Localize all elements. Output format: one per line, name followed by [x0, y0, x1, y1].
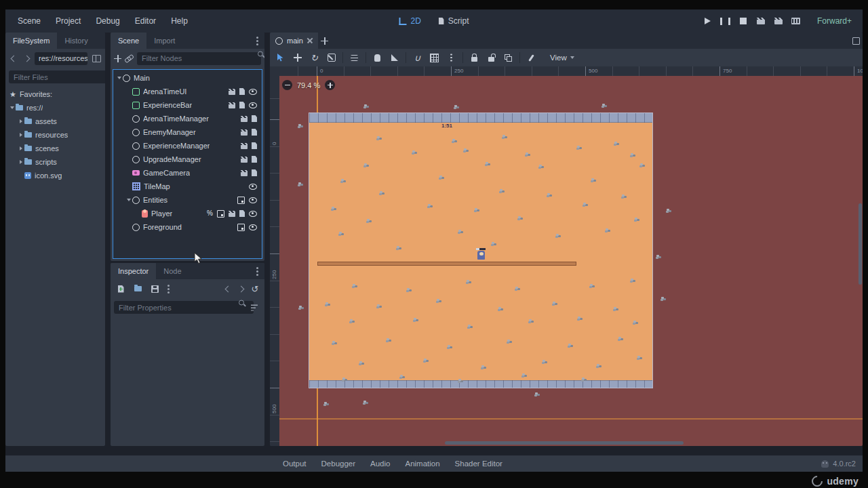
view-menu-button[interactable]: View — [545, 52, 580, 64]
chevron-icon[interactable] — [17, 160, 24, 164]
play-button[interactable] — [701, 14, 715, 28]
scene-node-gamecamera[interactable]: GameCamera — [113, 166, 262, 180]
menu-debug[interactable]: Debug — [89, 14, 126, 28]
tab-filesystem[interactable]: FileSystem — [5, 33, 57, 49]
fs-item-resources[interactable]: resources — [5, 128, 105, 142]
list-select-tool[interactable] — [347, 51, 362, 65]
scale-tool[interactable] — [323, 51, 339, 65]
editable-children-icon[interactable] — [237, 224, 245, 231]
chevron-icon[interactable] — [8, 106, 16, 109]
history-back-button[interactable] — [223, 282, 233, 296]
snap-options-tool[interactable] — [443, 51, 459, 65]
script-icon[interactable] — [252, 115, 257, 122]
instance-scene-button[interactable] — [125, 52, 134, 65]
signal-connection-icon[interactable] — [241, 116, 248, 122]
split-mode-button[interactable] — [91, 52, 102, 65]
back-button[interactable] — [9, 52, 18, 65]
tab-import[interactable]: Import — [146, 33, 182, 49]
script-icon[interactable] — [239, 210, 245, 217]
fs-item-assets[interactable]: assets — [5, 115, 105, 128]
smart-snap-tool[interactable]: ∪ — [410, 51, 425, 65]
scene-node-tilemap[interactable]: TileMap — [113, 180, 262, 193]
filter-files-input[interactable] — [9, 70, 105, 83]
script-icon[interactable] — [239, 88, 245, 95]
editable-children-icon[interactable] — [217, 210, 224, 218]
signal-connection-icon[interactable] — [241, 143, 248, 149]
group-tool[interactable] — [500, 51, 516, 65]
fs-item-scripts[interactable]: scripts — [5, 155, 105, 169]
scene-node-arenatimeui[interactable]: ArenaTimeUI — [113, 85, 262, 98]
signal-connection-icon[interactable] — [241, 170, 248, 176]
visibility-icon[interactable] — [249, 197, 257, 203]
add-node-button[interactable] — [114, 52, 121, 65]
pan-tool[interactable] — [370, 51, 385, 65]
chevron-icon[interactable] — [17, 146, 24, 150]
scene-node-player[interactable]: Player% — [113, 207, 262, 220]
menu-scene[interactable]: Scene — [11, 14, 47, 28]
filter-nodes-input[interactable] — [137, 52, 261, 65]
history-forward-button[interactable] — [236, 282, 245, 296]
workspace-tab-script[interactable]: Script — [439, 16, 469, 26]
tab-inspector[interactable]: Inspector — [111, 263, 156, 279]
stop-button[interactable] — [736, 14, 751, 28]
scene-node-upgrademanager[interactable]: UpgradeManager — [113, 152, 262, 166]
script-icon[interactable] — [252, 142, 257, 149]
zoom-out-button[interactable] — [282, 80, 292, 90]
visibility-icon[interactable] — [249, 102, 257, 108]
menu-project[interactable]: Project — [49, 14, 87, 28]
script-icon[interactable] — [239, 102, 245, 108]
signal-connection-icon[interactable] — [229, 102, 235, 108]
resource-menu-icon[interactable] — [167, 288, 170, 290]
chevron-icon[interactable] — [125, 199, 132, 201]
visibility-icon[interactable] — [249, 89, 257, 95]
unlock-tool[interactable] — [484, 51, 499, 65]
signal-connection-icon[interactable] — [241, 157, 248, 163]
bottom-tab-shader-editor[interactable]: Shader Editor — [448, 460, 510, 468]
close-icon[interactable] — [307, 38, 313, 43]
chevron-icon[interactable] — [17, 133, 24, 137]
select-tool[interactable] — [273, 51, 288, 65]
expand-viewport-button[interactable] — [849, 34, 863, 47]
tilemap-arena[interactable]: 1:51 — [309, 113, 653, 388]
play-custom-scene-button[interactable] — [771, 14, 786, 28]
vertical-scrollbar[interactable] — [859, 203, 862, 285]
zoom-in-button[interactable] — [325, 80, 335, 90]
scene-node-enemymanager[interactable]: EnemyManager — [113, 125, 262, 139]
tab-node[interactable]: Node — [156, 263, 189, 279]
save-resource-button[interactable] — [148, 282, 161, 296]
signal-connection-icon[interactable] — [229, 89, 235, 95]
favorites-row[interactable]: ★ Favorites: — [5, 87, 105, 101]
bottom-tab-output[interactable]: Output — [275, 460, 314, 468]
breadcrumb[interactable]: res://resources/t — [35, 52, 87, 65]
scene-node-experiencebar[interactable]: ExperienceBar — [113, 98, 262, 112]
bottom-tab-animation[interactable]: Animation — [397, 460, 447, 468]
visibility-icon[interactable] — [249, 184, 257, 190]
script-icon[interactable] — [252, 169, 257, 176]
menu-editor[interactable]: Editor — [128, 14, 163, 28]
unique-name-icon[interactable]: % — [207, 210, 213, 217]
bottom-tab-debugger[interactable]: Debugger — [314, 460, 363, 468]
pause-button[interactable] — [718, 14, 733, 28]
scene-node-main[interactable]: Main — [113, 71, 262, 85]
skeleton-tool[interactable] — [524, 51, 539, 65]
edit-history-button[interactable]: ↺ — [249, 282, 261, 296]
fs-item-icon-svg[interactable]: icon.svg — [5, 169, 105, 182]
visibility-icon[interactable] — [249, 211, 257, 217]
menu-help[interactable]: Help — [164, 14, 195, 28]
horizontal-scrollbar[interactable] — [445, 441, 684, 445]
scene-node-entities[interactable]: Entities — [113, 193, 262, 207]
play-scene-button[interactable] — [753, 14, 768, 28]
bottom-tab-audio[interactable]: Audio — [363, 460, 397, 468]
scene-dock-menu-icon[interactable] — [256, 40, 258, 42]
editable-children-icon[interactable] — [237, 197, 245, 204]
rotate-tool[interactable]: ↻ — [307, 51, 322, 65]
scene-node-arenatimemanager[interactable]: ArenaTimeManager — [113, 112, 262, 125]
scene-node-experiencemanager[interactable]: ExperienceManager — [113, 139, 262, 152]
scene-node-foreground[interactable]: Foreground — [113, 220, 262, 234]
property-sort-icon[interactable] — [251, 304, 258, 310]
signal-connection-icon[interactable] — [241, 129, 248, 136]
workspace-tab-2d[interactable]: 2D — [399, 16, 420, 26]
scene-tab-main[interactable]: main — [270, 33, 318, 49]
lock-tool[interactable] — [467, 51, 482, 65]
visibility-icon[interactable] — [249, 224, 257, 230]
